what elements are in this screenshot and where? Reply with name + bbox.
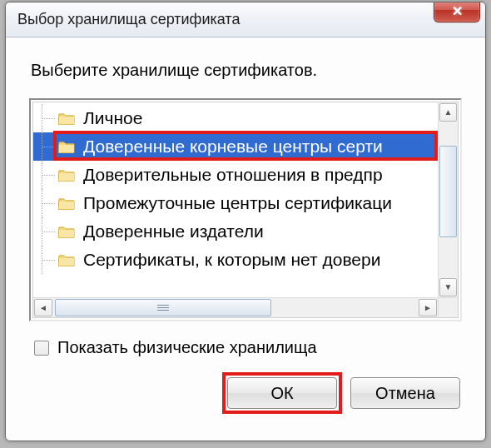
vscroll-thumb[interactable] (439, 146, 457, 237)
svg-rect-5 (59, 258, 74, 266)
vscroll-track[interactable] (439, 122, 458, 277)
tree-item-label: Личное (83, 108, 142, 128)
folder-icon (58, 225, 75, 238)
folder-icon (58, 140, 75, 153)
tree-item[interactable]: Доверенные издатели (33, 217, 438, 246)
dialog-body: Выберите хранилище сертификатов. Личное … (6, 37, 485, 426)
certificate-store-dialog: Выбор хранилища сертификата ✕ Выберите х… (5, 2, 486, 441)
tree-item[interactable]: Промежуточные центры сертификаци (33, 189, 438, 217)
svg-rect-4 (59, 230, 74, 237)
folder-icon (58, 112, 75, 125)
svg-rect-1 (59, 145, 74, 152)
horizontal-scrollbar[interactable]: ◄ ► (33, 297, 438, 317)
scrollbar-corner (438, 297, 458, 317)
scroll-up-button[interactable]: ▲ (439, 103, 457, 122)
show-physical-stores-row: Показать физические хранилища (34, 338, 462, 357)
instruction-text: Выберите хранилище сертификатов. (31, 61, 462, 80)
tree-item[interactable]: Личное (33, 104, 438, 132)
tree-panel: Личное Доверенные корневые центры серти … (29, 98, 462, 321)
cancel-button[interactable]: Отмена (350, 377, 460, 409)
tree-item[interactable]: Сертификаты, к которым нет довери (33, 246, 438, 274)
vertical-scrollbar[interactable]: ▲ ▼ (438, 102, 458, 297)
hscroll-thumb[interactable] (55, 299, 271, 316)
scroll-right-button[interactable]: ► (419, 299, 437, 316)
tree-item-label: Доверенные издатели (83, 222, 264, 241)
certificate-store-tree[interactable]: Личное Доверенные корневые центры серти … (33, 102, 438, 297)
tree-item-label: Промежуточные центры сертификаци (83, 193, 392, 213)
tree-item-label: Доверительные отношения в предпр (83, 165, 383, 185)
scroll-down-button[interactable]: ▼ (439, 278, 457, 296)
grip-icon (157, 305, 169, 311)
chevron-right-icon: ► (424, 305, 432, 311)
show-physical-stores-checkbox[interactable] (34, 341, 49, 356)
chevron-up-icon: ▲ (444, 109, 453, 116)
tree-item-label: Сертификаты, к которым нет довери (83, 250, 380, 270)
svg-rect-0 (59, 117, 74, 124)
folder-icon (58, 253, 75, 266)
tree-item-label: Доверенные корневые центры серти (83, 137, 383, 157)
window-title: Выбор хранилища сертификата (17, 11, 240, 28)
show-physical-stores-label: Показать физические хранилища (57, 338, 317, 357)
hscroll-track[interactable] (53, 298, 418, 317)
chevron-left-icon: ◄ (39, 305, 47, 311)
ok-button[interactable]: ОК (227, 377, 337, 409)
titlebar: Выбор хранилища сертификата ✕ (6, 2, 485, 37)
button-row: ОК Отмена (29, 377, 462, 409)
tree-item[interactable]: Доверительные отношения в предпр (33, 161, 438, 189)
close-button[interactable]: ✕ (434, 2, 480, 22)
scroll-left-button[interactable]: ◄ (34, 299, 52, 316)
folder-icon (58, 168, 75, 182)
close-icon: ✕ (452, 6, 463, 17)
tree-item[interactable]: Доверенные корневые центры серти (33, 132, 438, 161)
svg-rect-3 (59, 202, 74, 209)
chevron-down-icon: ▼ (444, 284, 453, 291)
folder-icon (58, 197, 75, 210)
svg-rect-2 (59, 173, 74, 181)
